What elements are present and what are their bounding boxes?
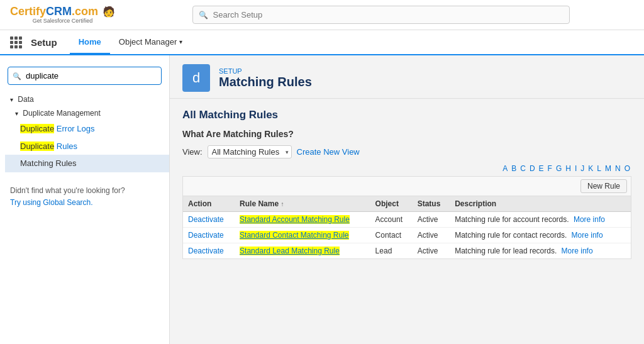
rule-name-sort-icon: ↑ <box>280 201 284 208</box>
alpha-j[interactable]: J <box>579 164 586 174</box>
cell-description-1: Matching rule for contact records. More … <box>450 228 631 243</box>
top-search-bar: 🔍 <box>192 6 570 24</box>
main-layout: 🔍 ▾ Data ▾ Duplicate Management Duplicat… <box>0 55 644 344</box>
sidebar-section-data-title[interactable]: ▾ Data <box>0 92 169 106</box>
col-description: Description <box>450 196 631 212</box>
duplicate-mgmt-chevron-icon: ▾ <box>15 110 18 117</box>
alpha-n[interactable]: N <box>614 164 622 174</box>
more-info-link-0[interactable]: More info <box>574 215 605 224</box>
alpha-c[interactable]: C <box>519 164 527 174</box>
cell-action-0: Deactivate <box>183 212 235 228</box>
alpha-e[interactable]: E <box>538 164 545 174</box>
cell-description-0: Matching rule for account records. More … <box>450 212 631 228</box>
col-status: Status <box>413 196 450 212</box>
sidebar-section-data: ▾ Data ▾ Duplicate Management Duplicate … <box>0 90 169 175</box>
tab-object-manager[interactable]: Object Manager ▾ <box>110 31 192 55</box>
deactivate-link-2[interactable]: Deactivate <box>188 247 224 255</box>
create-new-view-link[interactable]: Create New View <box>297 147 360 157</box>
nav-bar: Setup Home Object Manager ▾ <box>0 30 644 55</box>
cell-status-1: Active <box>413 228 450 243</box>
section-heading: All Matching Rules <box>182 109 631 121</box>
nav-title: Setup <box>31 37 57 48</box>
sidebar-item-matching-rules[interactable]: Matching Rules <box>5 155 169 172</box>
sidebar-not-found: Didn't find what you're looking for? Try… <box>0 175 169 219</box>
alpha-b[interactable]: B <box>510 164 518 174</box>
sidebar-item-duplicate-error-logs[interactable]: Duplicate Error Logs <box>5 120 169 138</box>
cell-object-1: Contact <box>370 228 413 243</box>
top-search-icon: 🔍 <box>199 11 208 19</box>
table-header-row: Action Rule Name ↑ Object Status Descrip… <box>183 196 631 212</box>
content-body: All Matching Rules What Are Matching Rul… <box>170 99 644 269</box>
alpha-d[interactable]: D <box>528 164 536 174</box>
table-row: Deactivate Standard Account Matching Rul… <box>183 212 631 228</box>
logo-certify: Certify <box>10 5 46 18</box>
sidebar-item-duplicate-rules[interactable]: Duplicate Rules <box>5 138 169 155</box>
col-object: Object <box>370 196 413 212</box>
breadcrumb[interactable]: SETUP <box>219 67 312 75</box>
subsection-heading: What Are Matching Rules? <box>182 129 631 139</box>
logo: CertifyCRM.com 🧑 Get Salesforce Certifie… <box>10 6 115 25</box>
cell-object-2: Lead <box>370 243 413 259</box>
sidebar-subsection-duplicate-mgmt: ▾ Duplicate Management Duplicate Error L… <box>0 106 169 172</box>
top-search-input[interactable] <box>192 6 570 24</box>
col-rule-name: Rule Name ↑ <box>235 196 370 212</box>
rule-name-link-1[interactable]: Standard Contact Matching Rule <box>240 231 348 240</box>
view-select[interactable]: All Matching Rules <box>208 145 292 158</box>
logo-icon: 🧑 <box>103 6 115 17</box>
object-manager-chevron-icon: ▾ <box>179 38 182 45</box>
alpha-nav: ABCDEFGHIJKLMNO <box>182 164 631 174</box>
cell-description-2: Matching rule for lead records. More inf… <box>450 243 631 259</box>
cell-rule-name-2: Standard Lead Matching Rule <box>235 243 370 259</box>
rule-name-link-0[interactable]: Standard Account Matching Rule <box>240 215 350 224</box>
cell-action-1: Deactivate <box>183 228 235 243</box>
table-row: Deactivate Standard Contact Matching Rul… <box>183 228 631 243</box>
new-rule-button[interactable]: New Rule <box>580 179 627 193</box>
view-bar: View: All Matching Rules ▾ Create New Vi… <box>182 145 631 158</box>
sidebar-search-input[interactable] <box>8 67 162 85</box>
alpha-a[interactable]: A <box>501 164 509 174</box>
cell-action-2: Deactivate <box>183 243 235 259</box>
more-info-link-1[interactable]: More info <box>572 231 603 240</box>
view-select-wrapper: All Matching Rules ▾ <box>208 145 292 158</box>
alpha-i[interactable]: I <box>574 164 578 174</box>
deactivate-link-0[interactable]: Deactivate <box>188 215 224 224</box>
sidebar-search-area: 🔍 <box>0 62 169 90</box>
table-wrapper: New Rule Action Rule Name ↑ Object Statu… <box>182 176 631 259</box>
logo-tld: .com <box>72 5 98 18</box>
cell-status-0: Active <box>413 212 450 228</box>
sidebar-search-icon: 🔍 <box>13 72 21 80</box>
cell-object-0: Account <box>370 212 413 228</box>
more-info-link-2[interactable]: More info <box>562 247 593 255</box>
top-bar: CertifyCRM.com 🧑 Get Salesforce Certifie… <box>0 0 644 30</box>
alpha-m[interactable]: M <box>604 164 613 174</box>
alpha-l[interactable]: L <box>596 164 602 174</box>
cell-rule-name-0: Standard Account Matching Rule <box>235 212 370 228</box>
sidebar: 🔍 ▾ Data ▾ Duplicate Management Duplicat… <box>0 55 170 344</box>
alpha-k[interactable]: K <box>587 164 594 174</box>
alpha-h[interactable]: H <box>564 164 572 174</box>
logo-subtitle: Get Salesforce Certified <box>33 18 93 24</box>
deactivate-link-1[interactable]: Deactivate <box>188 231 224 240</box>
alpha-f[interactable]: F <box>547 164 553 174</box>
alpha-o[interactable]: O <box>623 164 631 174</box>
app-launcher-icon[interactable] <box>10 36 22 48</box>
table-row: Deactivate Standard Lead Matching Rule L… <box>183 243 631 259</box>
col-action: Action <box>183 196 235 212</box>
view-label: View: <box>182 147 203 157</box>
logo-crm: CRM <box>46 5 72 18</box>
alpha-g[interactable]: G <box>555 164 563 174</box>
table-top-bar: New Rule <box>183 177 631 196</box>
rule-name-link-2[interactable]: Standard Lead Matching Rule <box>240 247 340 255</box>
content-header: d SETUP Matching Rules <box>170 55 644 99</box>
page-title: Matching Rules <box>219 75 312 89</box>
tab-home[interactable]: Home <box>70 31 110 55</box>
data-section-chevron-icon: ▾ <box>10 96 13 103</box>
cell-status-2: Active <box>413 243 450 259</box>
cell-rule-name-1: Standard Contact Matching Rule <box>235 228 370 243</box>
global-search-link[interactable]: Try using Global Search. <box>10 198 93 207</box>
sidebar-duplicate-mgmt-title[interactable]: ▾ Duplicate Management <box>5 106 169 120</box>
matching-rules-table: Action Rule Name ↑ Object Status Descrip… <box>183 196 631 258</box>
content-icon: d <box>182 64 210 92</box>
content-area: d SETUP Matching Rules All Matching Rule… <box>170 55 644 344</box>
